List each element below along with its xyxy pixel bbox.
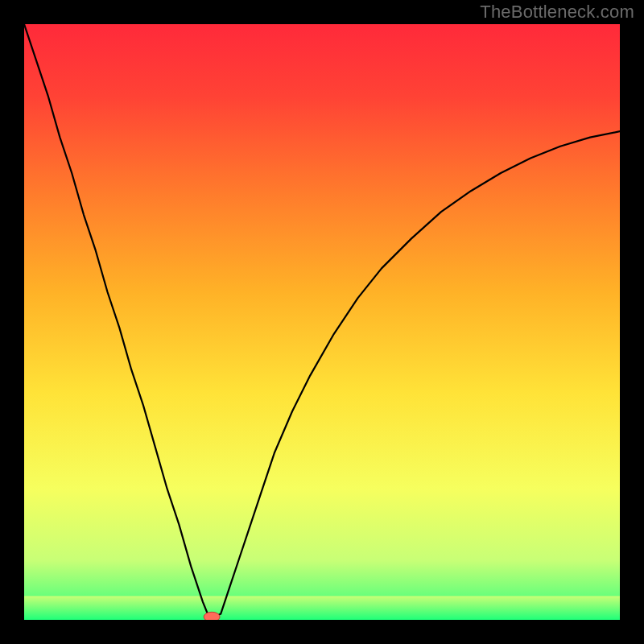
gradient-background (24, 24, 620, 620)
optimal-point-marker (204, 612, 220, 620)
green-safe-band (24, 596, 620, 620)
bottleneck-curve-chart (24, 24, 620, 620)
chart-frame: TheBottleneck.com (0, 0, 644, 644)
plot-area (24, 24, 620, 620)
watermark-text: TheBottleneck.com (480, 2, 634, 23)
